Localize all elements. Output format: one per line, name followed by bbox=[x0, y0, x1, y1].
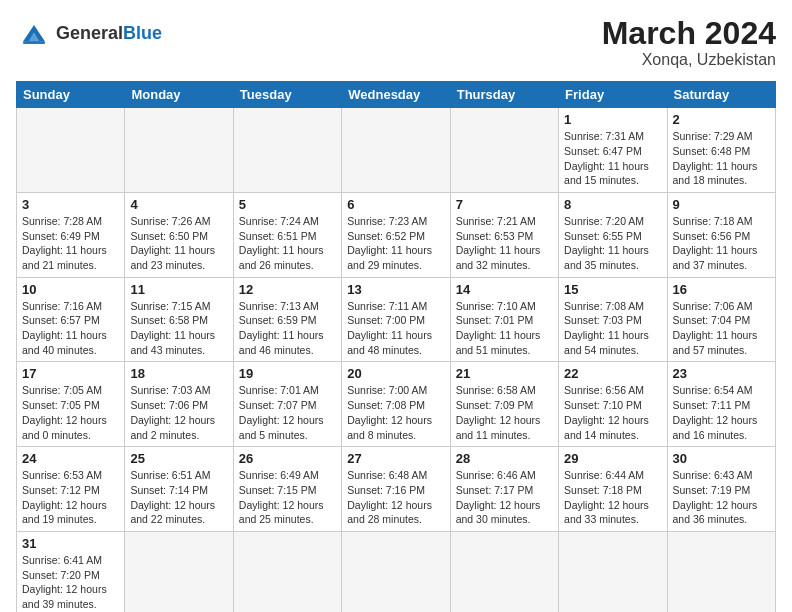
header-thursday: Thursday bbox=[450, 82, 558, 108]
day-number: 16 bbox=[673, 282, 770, 297]
day-number: 5 bbox=[239, 197, 336, 212]
calendar-cell: 28Sunrise: 6:46 AMSunset: 7:17 PMDayligh… bbox=[450, 447, 558, 532]
calendar-cell bbox=[342, 531, 450, 612]
calendar-cell: 5Sunrise: 7:24 AMSunset: 6:51 PMDaylight… bbox=[233, 192, 341, 277]
calendar-cell: 13Sunrise: 7:11 AMSunset: 7:00 PMDayligh… bbox=[342, 277, 450, 362]
week-row-5: 24Sunrise: 6:53 AMSunset: 7:12 PMDayligh… bbox=[17, 447, 776, 532]
day-number: 27 bbox=[347, 451, 444, 466]
day-info: Sunrise: 7:29 AMSunset: 6:48 PMDaylight:… bbox=[673, 129, 770, 188]
calendar-cell: 26Sunrise: 6:49 AMSunset: 7:15 PMDayligh… bbox=[233, 447, 341, 532]
day-info: Sunrise: 6:49 AMSunset: 7:15 PMDaylight:… bbox=[239, 468, 336, 527]
day-info: Sunrise: 6:41 AMSunset: 7:20 PMDaylight:… bbox=[22, 553, 119, 612]
calendar-cell: 16Sunrise: 7:06 AMSunset: 7:04 PMDayligh… bbox=[667, 277, 775, 362]
calendar-cell: 25Sunrise: 6:51 AMSunset: 7:14 PMDayligh… bbox=[125, 447, 233, 532]
day-number: 13 bbox=[347, 282, 444, 297]
calendar-cell: 22Sunrise: 6:56 AMSunset: 7:10 PMDayligh… bbox=[559, 362, 667, 447]
day-info: Sunrise: 7:26 AMSunset: 6:50 PMDaylight:… bbox=[130, 214, 227, 273]
day-number: 9 bbox=[673, 197, 770, 212]
day-info: Sunrise: 6:58 AMSunset: 7:09 PMDaylight:… bbox=[456, 383, 553, 442]
day-number: 29 bbox=[564, 451, 661, 466]
day-info: Sunrise: 6:53 AMSunset: 7:12 PMDaylight:… bbox=[22, 468, 119, 527]
day-info: Sunrise: 7:21 AMSunset: 6:53 PMDaylight:… bbox=[456, 214, 553, 273]
calendar-cell: 10Sunrise: 7:16 AMSunset: 6:57 PMDayligh… bbox=[17, 277, 125, 362]
day-number: 15 bbox=[564, 282, 661, 297]
day-number: 24 bbox=[22, 451, 119, 466]
calendar-cell: 3Sunrise: 7:28 AMSunset: 6:49 PMDaylight… bbox=[17, 192, 125, 277]
calendar-cell bbox=[125, 108, 233, 193]
day-info: Sunrise: 7:08 AMSunset: 7:03 PMDaylight:… bbox=[564, 299, 661, 358]
calendar-cell: 17Sunrise: 7:05 AMSunset: 7:05 PMDayligh… bbox=[17, 362, 125, 447]
header-tuesday: Tuesday bbox=[233, 82, 341, 108]
day-number: 26 bbox=[239, 451, 336, 466]
title-block: March 2024 Xonqa, Uzbekistan bbox=[602, 16, 776, 69]
day-number: 22 bbox=[564, 366, 661, 381]
day-number: 14 bbox=[456, 282, 553, 297]
day-info: Sunrise: 6:43 AMSunset: 7:19 PMDaylight:… bbox=[673, 468, 770, 527]
svg-rect-3 bbox=[23, 41, 45, 44]
day-number: 7 bbox=[456, 197, 553, 212]
day-info: Sunrise: 6:48 AMSunset: 7:16 PMDaylight:… bbox=[347, 468, 444, 527]
calendar-cell: 9Sunrise: 7:18 AMSunset: 6:56 PMDaylight… bbox=[667, 192, 775, 277]
day-info: Sunrise: 7:18 AMSunset: 6:56 PMDaylight:… bbox=[673, 214, 770, 273]
calendar-cell: 20Sunrise: 7:00 AMSunset: 7:08 PMDayligh… bbox=[342, 362, 450, 447]
day-number: 4 bbox=[130, 197, 227, 212]
header-sunday: Sunday bbox=[17, 82, 125, 108]
day-number: 6 bbox=[347, 197, 444, 212]
month-year: March 2024 bbox=[602, 16, 776, 51]
day-number: 20 bbox=[347, 366, 444, 381]
calendar-cell: 24Sunrise: 6:53 AMSunset: 7:12 PMDayligh… bbox=[17, 447, 125, 532]
day-number: 23 bbox=[673, 366, 770, 381]
calendar-cell: 30Sunrise: 6:43 AMSunset: 7:19 PMDayligh… bbox=[667, 447, 775, 532]
day-number: 12 bbox=[239, 282, 336, 297]
week-row-3: 10Sunrise: 7:16 AMSunset: 6:57 PMDayligh… bbox=[17, 277, 776, 362]
calendar-cell: 23Sunrise: 6:54 AMSunset: 7:11 PMDayligh… bbox=[667, 362, 775, 447]
day-number: 21 bbox=[456, 366, 553, 381]
week-row-2: 3Sunrise: 7:28 AMSunset: 6:49 PMDaylight… bbox=[17, 192, 776, 277]
day-info: Sunrise: 7:03 AMSunset: 7:06 PMDaylight:… bbox=[130, 383, 227, 442]
day-info: Sunrise: 7:10 AMSunset: 7:01 PMDaylight:… bbox=[456, 299, 553, 358]
header-monday: Monday bbox=[125, 82, 233, 108]
logo: GeneralBlue bbox=[16, 16, 162, 52]
day-number: 28 bbox=[456, 451, 553, 466]
day-number: 19 bbox=[239, 366, 336, 381]
day-number: 3 bbox=[22, 197, 119, 212]
calendar-cell: 21Sunrise: 6:58 AMSunset: 7:09 PMDayligh… bbox=[450, 362, 558, 447]
day-number: 17 bbox=[22, 366, 119, 381]
day-number: 8 bbox=[564, 197, 661, 212]
calendar-cell bbox=[667, 531, 775, 612]
calendar-cell: 12Sunrise: 7:13 AMSunset: 6:59 PMDayligh… bbox=[233, 277, 341, 362]
day-info: Sunrise: 7:06 AMSunset: 7:04 PMDaylight:… bbox=[673, 299, 770, 358]
calendar-cell: 18Sunrise: 7:03 AMSunset: 7:06 PMDayligh… bbox=[125, 362, 233, 447]
week-row-6: 31Sunrise: 6:41 AMSunset: 7:20 PMDayligh… bbox=[17, 531, 776, 612]
location: Xonqa, Uzbekistan bbox=[602, 51, 776, 69]
week-row-4: 17Sunrise: 7:05 AMSunset: 7:05 PMDayligh… bbox=[17, 362, 776, 447]
calendar-cell: 4Sunrise: 7:26 AMSunset: 6:50 PMDaylight… bbox=[125, 192, 233, 277]
day-info: Sunrise: 6:51 AMSunset: 7:14 PMDaylight:… bbox=[130, 468, 227, 527]
day-number: 25 bbox=[130, 451, 227, 466]
calendar-cell: 8Sunrise: 7:20 AMSunset: 6:55 PMDaylight… bbox=[559, 192, 667, 277]
calendar-cell bbox=[125, 531, 233, 612]
day-info: Sunrise: 7:00 AMSunset: 7:08 PMDaylight:… bbox=[347, 383, 444, 442]
calendar-cell bbox=[342, 108, 450, 193]
calendar-cell: 1Sunrise: 7:31 AMSunset: 6:47 PMDaylight… bbox=[559, 108, 667, 193]
calendar-cell bbox=[450, 531, 558, 612]
day-info: Sunrise: 7:16 AMSunset: 6:57 PMDaylight:… bbox=[22, 299, 119, 358]
day-info: Sunrise: 6:44 AMSunset: 7:18 PMDaylight:… bbox=[564, 468, 661, 527]
logo-text: GeneralBlue bbox=[56, 24, 162, 44]
calendar-cell: 27Sunrise: 6:48 AMSunset: 7:16 PMDayligh… bbox=[342, 447, 450, 532]
day-info: Sunrise: 6:56 AMSunset: 7:10 PMDaylight:… bbox=[564, 383, 661, 442]
day-number: 2 bbox=[673, 112, 770, 127]
day-info: Sunrise: 6:46 AMSunset: 7:17 PMDaylight:… bbox=[456, 468, 553, 527]
calendar-cell: 29Sunrise: 6:44 AMSunset: 7:18 PMDayligh… bbox=[559, 447, 667, 532]
week-row-1: 1Sunrise: 7:31 AMSunset: 6:47 PMDaylight… bbox=[17, 108, 776, 193]
day-number: 1 bbox=[564, 112, 661, 127]
calendar-table: SundayMondayTuesdayWednesdayThursdayFrid… bbox=[16, 81, 776, 612]
header-saturday: Saturday bbox=[667, 82, 775, 108]
calendar-cell: 6Sunrise: 7:23 AMSunset: 6:52 PMDaylight… bbox=[342, 192, 450, 277]
calendar-cell bbox=[450, 108, 558, 193]
header-friday: Friday bbox=[559, 82, 667, 108]
calendar-cell: 31Sunrise: 6:41 AMSunset: 7:20 PMDayligh… bbox=[17, 531, 125, 612]
calendar-cell bbox=[233, 531, 341, 612]
day-number: 31 bbox=[22, 536, 119, 551]
day-number: 10 bbox=[22, 282, 119, 297]
